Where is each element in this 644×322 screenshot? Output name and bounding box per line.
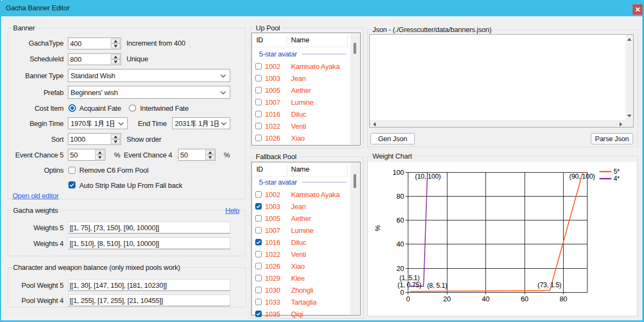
svg-text:40: 40 — [482, 295, 490, 303]
svg-text:60: 60 — [521, 295, 528, 303]
svg-text:20: 20 — [443, 295, 451, 303]
svg-text:(8, 5.1): (8, 5.1) — [427, 282, 447, 289]
svg-text:60: 60 — [396, 216, 404, 224]
svg-text:0: 0 — [400, 288, 404, 296]
svg-text:80: 80 — [560, 295, 567, 303]
svg-text:40: 40 — [396, 240, 404, 248]
svg-text:4*: 4* — [614, 175, 620, 182]
svg-text:(10, 100): (10, 100) — [415, 173, 440, 180]
svg-text:(90, 100): (90, 100) — [569, 173, 595, 180]
svg-text:100: 100 — [393, 168, 404, 176]
svg-text:%: % — [374, 225, 382, 231]
svg-text:(73, 1.5): (73, 1.5) — [538, 281, 561, 289]
svg-text:20: 20 — [396, 264, 404, 273]
svg-text:(1, 0.75): (1, 0.75) — [397, 281, 421, 289]
svg-text:0: 0 — [406, 295, 410, 303]
svg-text:(1, 5.1): (1, 5.1) — [399, 274, 419, 282]
svg-text:80: 80 — [396, 192, 404, 200]
svg-text:5*: 5* — [614, 168, 620, 175]
